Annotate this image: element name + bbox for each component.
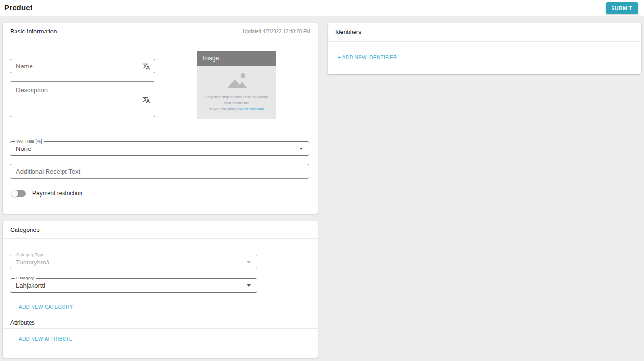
vat-rate-value: None	[16, 145, 31, 152]
payment-restriction-row: Payment restriction	[12, 188, 82, 198]
chevron-down-icon	[247, 284, 251, 287]
payment-restriction-label: Payment restriction	[32, 190, 82, 197]
payment-restriction-toggle[interactable]	[12, 190, 26, 197]
toggle-thumb	[11, 190, 18, 197]
image-upload-body[interactable]: Drag and drop or click here to upload yo…	[197, 66, 276, 119]
provide-web-link[interactable]: provide web link	[236, 107, 264, 111]
identifiers-title: Identifiers	[335, 29, 361, 35]
add-new-identifier-button[interactable]: + ADD NEW IDENTIFIER	[338, 55, 397, 60]
upload-caption-line1: Drag and drop or click here to upload	[205, 94, 269, 100]
upload-caption: Drag and drop or click here to upload yo…	[205, 94, 269, 112]
translate-icon[interactable]	[142, 62, 150, 70]
chevron-down-icon	[299, 148, 303, 150]
vat-rate-label: VAT Rate [%]	[15, 139, 44, 144]
category-type-value: Tuoteryhmä	[16, 259, 49, 266]
upload-caption-line2: your media file	[205, 100, 269, 106]
translate-icon[interactable]	[142, 96, 150, 104]
submit-button[interactable]: SUBMIT	[606, 2, 638, 14]
categories-title: Categories	[10, 227, 39, 233]
image-upload-dropzone[interactable]: Image Drag and drop or click here to upl…	[197, 51, 276, 119]
name-field[interactable]	[10, 59, 155, 73]
attributes-title: Attributes	[10, 319, 35, 326]
identifiers-card: Identifiers + ADD NEW IDENTIFIER	[328, 23, 641, 74]
name-input[interactable]	[10, 59, 155, 73]
additional-receipt-input[interactable]	[10, 164, 309, 178]
category-select[interactable]: Category Lahjakortti	[10, 278, 257, 293]
description-field[interactable]	[10, 81, 155, 117]
updated-timestamp: Updated 4/7/2022 12:48:28 PM	[243, 29, 310, 34]
additional-receipt-field[interactable]	[10, 164, 309, 179]
upload-caption-line3: or you can also provide web link	[205, 106, 269, 112]
add-new-category-button[interactable]: + ADD NEW CATEGORY	[15, 304, 73, 310]
top-bar: Product SUBMIT	[0, 0, 644, 16]
image-placeholder-icon	[225, 72, 249, 92]
chevron-down-icon	[247, 261, 251, 263]
add-new-attribute-button[interactable]: + ADD NEW ATTRIBUTE	[15, 336, 73, 342]
category-type-label: Category Type	[15, 252, 47, 257]
attributes-divider	[3, 328, 318, 329]
category-value: Lahjakortti	[16, 282, 45, 289]
basic-information-card: Basic Information Updated 4/7/2022 12:48…	[3, 23, 318, 214]
categories-card: Categories Category Type Tuoteryhmä Cate…	[3, 221, 318, 358]
category-label: Category	[15, 276, 36, 280]
basic-information-header: Basic Information Updated 4/7/2022 12:48…	[3, 23, 318, 40]
basic-information-title: Basic Information	[10, 28, 57, 35]
vat-rate-select[interactable]: VAT Rate [%] None	[10, 141, 309, 156]
image-upload-header: Image	[197, 51, 276, 66]
page-title: Product	[4, 3, 32, 12]
description-input[interactable]	[10, 82, 155, 117]
categories-header: Categories	[3, 221, 318, 239]
category-type-select: Category Type Tuoteryhmä	[10, 255, 257, 269]
identifiers-header: Identifiers	[328, 23, 641, 42]
